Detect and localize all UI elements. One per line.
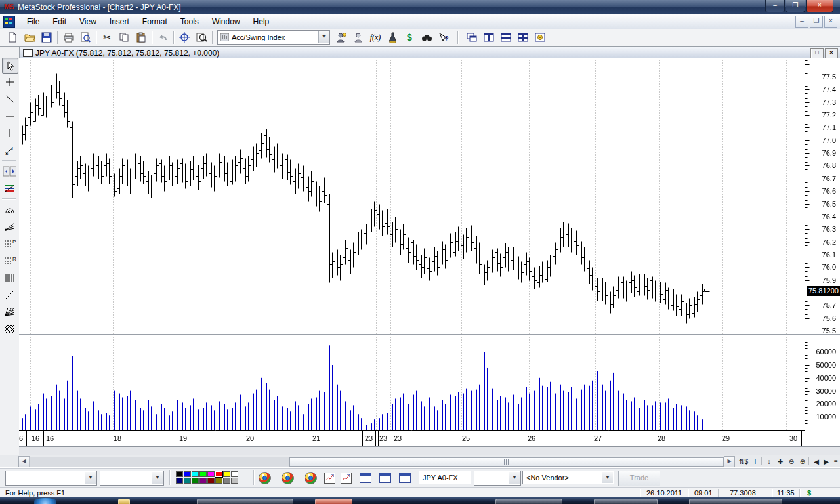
crosshair-pointer-button[interactable] — [176, 30, 193, 45]
gann-grid-tool[interactable] — [2, 322, 17, 336]
scroll-left-button[interactable]: ◀ — [18, 456, 30, 467]
layout-icon-1[interactable] — [360, 472, 371, 483]
title-bar[interactable]: MS MetaStock Professional - [Chart2 - JP… — [0, 0, 840, 14]
find-button[interactable] — [418, 30, 435, 45]
expand-vertical-button[interactable]: ↕ — [764, 457, 774, 467]
color-swatch[interactable] — [207, 471, 215, 477]
color-swatch[interactable] — [200, 471, 207, 477]
color-palette[interactable] — [176, 471, 239, 484]
vertical-line-tool[interactable] — [2, 126, 17, 140]
mdi-close-button[interactable]: × — [824, 16, 837, 28]
tile-grid-button[interactable] — [514, 30, 532, 45]
color-swatch[interactable] — [231, 471, 238, 477]
taskbar-button-4[interactable] — [594, 499, 658, 504]
cut-button[interactable]: ✂ — [98, 30, 116, 45]
price-volume-chart[interactable] — [19, 58, 840, 446]
refresh-chart-icon-2[interactable] — [341, 472, 352, 484]
zoom-out-button[interactable]: ⊖ — [786, 457, 797, 467]
taskbar-icon-1[interactable] — [118, 499, 130, 504]
color-swatch[interactable] — [176, 471, 183, 477]
taskbar-button-2[interactable] — [315, 499, 352, 504]
color-swatch[interactable] — [223, 471, 230, 477]
menu-format[interactable]: Format — [136, 15, 174, 28]
tile-horizontal-button[interactable] — [497, 30, 514, 45]
chart-list-button[interactable]: ≡ — [831, 457, 840, 467]
next-chart-button[interactable]: ▶ — [821, 457, 831, 467]
previous-chart-button[interactable]: ◀ — [811, 457, 822, 467]
insert-text-button[interactable]: I — [750, 457, 761, 467]
trendline-label-tool[interactable]: SL — [2, 143, 17, 158]
line-studies-palette-tool[interactable] — [2, 181, 17, 196]
start-orb[interactable] — [34, 498, 56, 504]
close-button[interactable]: × — [806, 0, 833, 12]
line-style-combobox[interactable]: ▼ — [5, 471, 97, 486]
color-swatch[interactable] — [231, 478, 238, 484]
print-preview-button[interactable] — [77, 30, 94, 45]
symbol-field[interactable]: JPY A0-FX — [419, 471, 471, 484]
zoom-chart-button[interactable] — [193, 30, 210, 45]
indicator-builder-button[interactable]: f(x) — [367, 30, 384, 45]
chart-maximize-button[interactable]: □ — [810, 48, 824, 58]
context-help-button[interactable]: ? — [435, 30, 452, 45]
line-weight-arrow[interactable]: ▼ — [152, 472, 163, 484]
menu-window[interactable]: Window — [205, 15, 247, 28]
menu-file[interactable]: File — [20, 15, 46, 28]
pan-chart-button[interactable]: ✚ — [775, 457, 786, 467]
cascade-windows-button[interactable] — [463, 30, 480, 45]
chart-close-button[interactable]: × — [825, 48, 838, 58]
fibonacci-fan-tool[interactable] — [2, 219, 17, 234]
zoom-in-button[interactable]: ⊕ — [797, 457, 808, 467]
combobox-dropdown-arrow[interactable]: ▼ — [318, 32, 329, 43]
layout-icon-3[interactable] — [399, 472, 411, 483]
speed-line-tool[interactable] — [2, 287, 17, 302]
minimize-button[interactable]: – — [765, 0, 785, 12]
taskbar-button-3[interactable] — [495, 499, 562, 504]
trade-button[interactable]: Trade — [618, 471, 660, 486]
taskbar-button-ms[interactable] — [689, 499, 782, 504]
scroll-right-button[interactable]: ▶ — [724, 456, 735, 467]
vendor-combobox[interactable]: <No Vendor> ▼ — [522, 471, 614, 484]
mdi-restore-button[interactable]: ❐ — [810, 16, 823, 28]
color-swatch[interactable] — [200, 478, 207, 484]
color-swatch[interactable] — [176, 478, 183, 484]
paste-button[interactable] — [133, 30, 150, 45]
color-swatch[interactable] — [184, 471, 191, 477]
chart-scrollbar-thumb[interactable] — [289, 457, 724, 467]
crosshair-tool[interactable] — [2, 75, 17, 89]
mdi-minimize-button[interactable]: – — [795, 16, 808, 28]
print-button[interactable] — [60, 30, 77, 45]
tile-vertical-button[interactable] — [480, 30, 497, 45]
color-swatch[interactable] — [184, 478, 191, 484]
save-button[interactable] — [38, 30, 55, 45]
trendline-tool[interactable] — [2, 92, 17, 106]
options-scope-button[interactable]: $ — [401, 30, 418, 45]
horizontal-line-tool[interactable] — [2, 109, 17, 123]
line-style-arrow[interactable]: ▼ — [85, 472, 96, 484]
color-swatch[interactable] — [207, 478, 215, 484]
workspace-options-button[interactable] — [532, 30, 549, 45]
fibonacci-arcs-tool[interactable] — [2, 202, 17, 217]
quotecenter-icon-1[interactable] — [259, 472, 271, 484]
periodicity-tool[interactable] — [2, 164, 17, 178]
color-swatch[interactable] — [215, 478, 222, 484]
chart-scrollbar-track[interactable] — [29, 457, 724, 467]
taskbar-button-1[interactable] — [197, 499, 293, 504]
indicator-combobox[interactable]: Acc/Swing Index ▼ — [217, 30, 330, 45]
explorer-button[interactable] — [350, 30, 367, 45]
color-swatch[interactable] — [192, 471, 199, 477]
line-weight-combobox[interactable]: ▼ — [100, 471, 164, 486]
chart-window-titlebar[interactable]: JPY A0-FX (75.812, 75.812, 75.812, 75.81… — [19, 47, 840, 59]
undo-button[interactable] — [154, 30, 171, 45]
gann-fan-tool[interactable] — [2, 304, 17, 319]
rescale-y-axis-button[interactable]: ⇅$ — [738, 457, 749, 467]
menu-view[interactable]: View — [73, 15, 103, 28]
menu-help[interactable]: Help — [247, 15, 276, 28]
menu-tools[interactable]: Tools — [174, 15, 205, 28]
color-swatch[interactable] — [192, 478, 199, 484]
layout-icon-2[interactable] — [379, 472, 391, 483]
quotecenter-icon-3[interactable] — [304, 472, 317, 484]
fibonacci-timezones-tool[interactable] — [2, 270, 17, 285]
fibonacci-retracement-tool[interactable]: R — [2, 253, 17, 268]
refresh-chart-icon-1[interactable] — [324, 472, 335, 484]
color-swatch[interactable] — [223, 478, 230, 484]
